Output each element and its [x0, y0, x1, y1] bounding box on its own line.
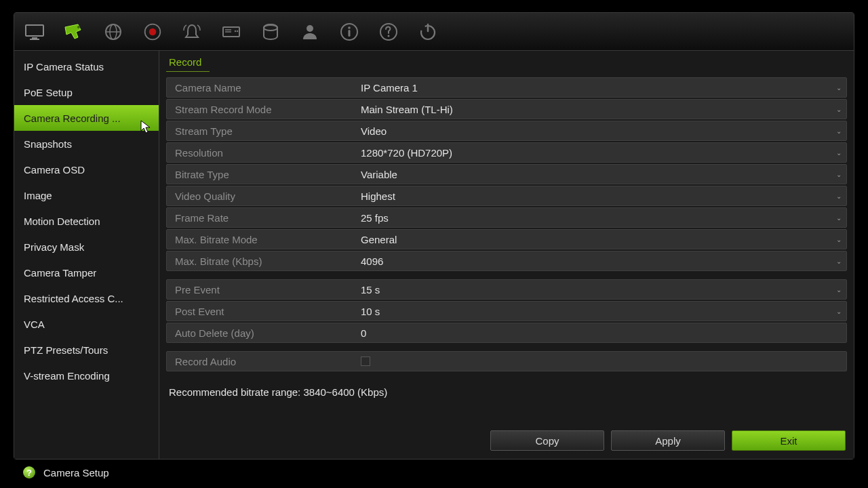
chevron-down-icon: ⌄ [831, 258, 846, 265]
recommended-bitrate: Recommended bitrate range: 3840~6400 (Kb… [166, 386, 847, 398]
svg-point-20 [388, 35, 390, 37]
record-audio-checkbox[interactable] [361, 357, 370, 366]
main-panel: Record Camera Name IP Camera 1 ⌄ Stream … [159, 51, 854, 459]
row-post-event[interactable]: Post Event 10 s ⌄ [166, 301, 847, 321]
sidebar-item-restricted-access[interactable]: Restricted Access C... [14, 285, 159, 311]
help-glyph-icon[interactable]: ? [23, 466, 35, 479]
exit-button[interactable]: Exit [732, 430, 846, 451]
chevron-down-icon: ⌄ [831, 236, 846, 243]
chevron-down-icon: ⌄ [831, 286, 846, 293]
power-icon[interactable] [414, 18, 441, 45]
label-camera-name: Camera Name [167, 82, 357, 94]
settings-form: Camera Name IP Camera 1 ⌄ Stream Record … [166, 77, 847, 371]
status-bar: ? Camera Setup [14, 462, 854, 483]
row-pre-event[interactable]: Pre Event 15 s ⌄ [166, 279, 847, 300]
help-icon[interactable] [375, 18, 402, 45]
chevron-down-icon: ⌄ [831, 214, 846, 222]
row-stream-record-mode[interactable]: Stream Record Mode Main Stream (TL-Hi) ⌄ [166, 99, 847, 119]
record-icon[interactable] [139, 18, 166, 45]
row-bitrate-type[interactable]: Bitrate Type Variable ⌄ [166, 164, 847, 184]
sidebar-item-vstream-encoding[interactable]: V-stream Encoding [14, 363, 159, 388]
sidebar-item-snapshots[interactable]: Snapshots [14, 131, 159, 157]
device-icon[interactable] [218, 18, 245, 45]
row-record-audio[interactable]: Record Audio ⌄ [166, 351, 847, 371]
button-bar: Copy Apply Exit [166, 425, 847, 453]
row-auto-delete[interactable]: Auto Delete (day) 0 ⌄ [166, 323, 847, 343]
svg-rect-18 [349, 30, 351, 37]
chevron-down-icon: ⌄ [831, 149, 846, 157]
row-max-bitrate-kbps[interactable]: Max. Bitrate (Kbps) 4096 ⌄ [166, 251, 847, 271]
chevron-down-icon: ⌄ [831, 171, 846, 178]
camera-icon[interactable] [60, 18, 87, 45]
chevron-down-icon: ⌄ [831, 192, 846, 200]
row-video-quality[interactable]: Video Quality Highest ⌄ [166, 186, 847, 206]
network-icon[interactable] [100, 18, 127, 45]
svg-point-8 [149, 28, 157, 35]
apply-button[interactable]: Apply [611, 430, 725, 451]
svg-rect-0 [26, 25, 43, 36]
sidebar-item-camera-tamper[interactable]: Camera Tamper [14, 260, 159, 285]
sidebar-item-privacy-mask[interactable]: Privacy Mask [14, 234, 159, 260]
row-max-bitrate-mode[interactable]: Max. Bitrate Mode General ⌄ [166, 229, 847, 249]
status-label: Camera Setup [43, 467, 109, 479]
row-frame-rate[interactable]: Frame Rate 25 fps ⌄ [166, 207, 847, 228]
svg-point-14 [264, 25, 277, 30]
svg-point-3 [77, 26, 80, 28]
sidebar: IP Camera Status PoE Setup Camera Record… [14, 51, 159, 459]
svg-rect-2 [30, 39, 39, 40]
info-icon[interactable] [336, 18, 363, 45]
sidebar-item-vca[interactable]: VCA [14, 311, 159, 337]
monitor-icon[interactable] [21, 18, 48, 45]
chevron-down-icon: ⌄ [831, 84, 846, 92]
storage-icon[interactable] [257, 18, 284, 45]
chevron-down-icon: ⌄ [831, 127, 846, 135]
sidebar-item-ip-camera-status[interactable]: IP Camera Status [14, 54, 159, 79]
value-camera-name: IP Camera 1 [357, 82, 831, 94]
app-window: IP Camera Status PoE Setup Camera Record… [14, 12, 854, 460]
alarm-icon[interactable] [178, 18, 205, 45]
copy-button[interactable]: Copy [490, 430, 604, 451]
chevron-down-icon: ⌄ [831, 308, 846, 315]
svg-point-15 [307, 25, 313, 32]
svg-rect-1 [32, 37, 37, 39]
svg-point-17 [348, 26, 351, 29]
page-title: Record [166, 51, 210, 72]
sidebar-item-camera-recording[interactable]: Camera Recording ... [14, 105, 159, 131]
sidebar-item-poe-setup[interactable]: PoE Setup [14, 79, 159, 105]
top-toolbar [14, 13, 854, 51]
svg-point-12 [235, 30, 236, 31]
row-stream-type[interactable]: Stream Type Video ⌄ [166, 121, 847, 141]
svg-point-13 [237, 30, 238, 31]
sidebar-item-motion-detection[interactable]: Motion Detection [14, 208, 159, 234]
chevron-down-icon: ⌄ [831, 106, 846, 113]
row-resolution[interactable]: Resolution 868*488 (HD720P) ⌄ [166, 142, 847, 163]
sidebar-item-ptz-presets[interactable]: PTZ Presets/Tours [14, 337, 159, 363]
row-camera-name[interactable]: Camera Name IP Camera 1 ⌄ [166, 77, 847, 98]
sidebar-item-camera-osd[interactable]: Camera OSD [14, 157, 159, 182]
sidebar-item-image[interactable]: Image [14, 182, 159, 208]
user-icon[interactable] [296, 18, 323, 45]
